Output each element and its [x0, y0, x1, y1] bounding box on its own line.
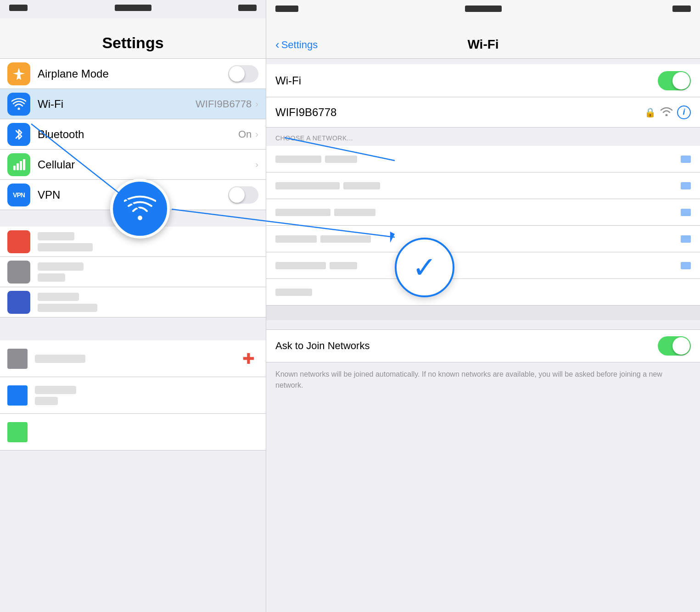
svg-point-0: [18, 107, 20, 110]
ask-join-label: Ask to Join Networks: [275, 340, 658, 352]
svg-point-5: [138, 216, 142, 220]
right-battery: [672, 6, 691, 12]
svg-rect-3: [20, 161, 22, 170]
wifi-toggle-knob: [672, 72, 690, 89]
bluetooth-icon: [7, 123, 30, 146]
blurred-network-2[interactable]: [266, 172, 700, 199]
ask-join-toggle[interactable]: [658, 336, 691, 356]
blurred-network-1[interactable]: [266, 146, 700, 172]
cellular-icon: [7, 153, 30, 176]
right-title: Wi-Fi: [467, 37, 498, 52]
ask-join-description: Known networks will be joined automatica…: [266, 362, 700, 397]
airplane-mode-row[interactable]: Airplane Mode: [0, 59, 266, 89]
svg-rect-2: [17, 163, 19, 170]
vpn-toggle-knob: [229, 187, 245, 203]
time-display: [115, 5, 151, 11]
blurred-row-4: ✚: [0, 340, 266, 377]
wifi-annotation-circle: [110, 179, 170, 239]
cellular-label: Cellular: [38, 158, 255, 171]
bluetooth-value: On: [238, 128, 252, 140]
battery-icon: [238, 5, 257, 11]
networks-bottom-spacer: [266, 320, 700, 329]
bluetooth-chevron: ›: [255, 129, 258, 139]
wifi-settings-icon: [7, 93, 30, 116]
ask-join-text: Known networks will be joined automatica…: [275, 370, 662, 389]
wifi-row[interactable]: Wi-Fi WIFI9B6778 ›: [0, 89, 266, 119]
airplane-mode-toggle-knob: [229, 66, 245, 82]
left-settings-header: Settings: [0, 18, 266, 59]
blurred-network-5[interactable]: [266, 252, 700, 279]
back-button[interactable]: ‹ Settings: [275, 38, 318, 52]
back-label: Settings: [281, 39, 318, 51]
airplane-mode-toggle[interactable]: [228, 65, 258, 83]
wifi-toggle-label: Wi-Fi: [275, 74, 658, 87]
lock-icon: 🔒: [644, 107, 656, 118]
wifi-signal-icon: [661, 106, 672, 119]
connected-network-row[interactable]: WIFI9B6778 🔒 i: [266, 97, 700, 128]
svg-point-7: [666, 114, 668, 116]
blurred-rows-section: [0, 227, 266, 317]
svg-rect-4: [23, 159, 25, 170]
airplane-mode-icon: [7, 62, 30, 85]
bluetooth-row[interactable]: Bluetooth On ›: [0, 119, 266, 150]
wifi-toggle[interactable]: [658, 71, 691, 90]
networks-list: ✓: [266, 146, 700, 320]
wifi-chevron: ›: [255, 99, 258, 109]
checkmark-icon: ✓: [412, 250, 437, 284]
right-signal: [275, 6, 298, 12]
wifi-toggle-section: Wi-Fi: [266, 64, 700, 97]
blurred-rows-section-2: ✚: [0, 340, 266, 451]
info-icon: i: [683, 107, 685, 117]
blurred-row-3: [0, 287, 266, 317]
left-panel: Settings Airplane Mode: [0, 0, 266, 612]
network-icons: 🔒 i: [644, 106, 691, 119]
airplane-mode-label: Airplane Mode: [38, 67, 228, 80]
svg-rect-1: [13, 166, 16, 170]
right-top-spacer: [266, 59, 700, 64]
right-wifi-header: ‹ Settings Wi-Fi: [266, 18, 700, 59]
wifi-label: Wi-Fi: [38, 98, 196, 111]
choose-network-header: CHOOSE A NETWORK...: [266, 128, 700, 146]
network-info-button[interactable]: i: [677, 106, 691, 119]
cellular-row[interactable]: Cellular ›: [0, 150, 266, 180]
vpn-toggle[interactable]: [228, 186, 258, 204]
vpn-icon: VPN: [7, 184, 30, 206]
bluetooth-label: Bluetooth: [38, 128, 238, 141]
blurred-network-6[interactable]: [266, 279, 700, 306]
back-chevron-icon: ‹: [275, 38, 280, 52]
blurred-row-5: [0, 377, 266, 414]
right-panel: ‹ Settings Wi-Fi Wi-Fi WIFI9B6778 🔒 i: [266, 0, 700, 612]
check-annotation-circle: ✓: [395, 238, 454, 297]
blurred-row-2: [0, 257, 266, 287]
connected-network-name: WIFI9B6778: [275, 106, 644, 119]
signal-icon: [9, 5, 28, 11]
cellular-chevron: ›: [255, 159, 258, 170]
right-time: [465, 6, 502, 12]
blurred-network-3[interactable]: [266, 199, 700, 226]
choose-network-label: CHOOSE A NETWORK...: [275, 134, 353, 142]
blurred-row-6: [0, 414, 266, 451]
settings-section-divider-2: [0, 317, 266, 340]
blurred-network-4[interactable]: [266, 226, 700, 252]
ask-join-toggle-knob: [672, 337, 690, 355]
ask-join-section: Ask to Join Networks: [266, 329, 700, 362]
left-title: Settings: [102, 34, 163, 52]
wifi-value: WIFI9B6778: [196, 98, 252, 110]
status-bar-right: [266, 0, 700, 18]
status-bar-left: [0, 0, 266, 18]
